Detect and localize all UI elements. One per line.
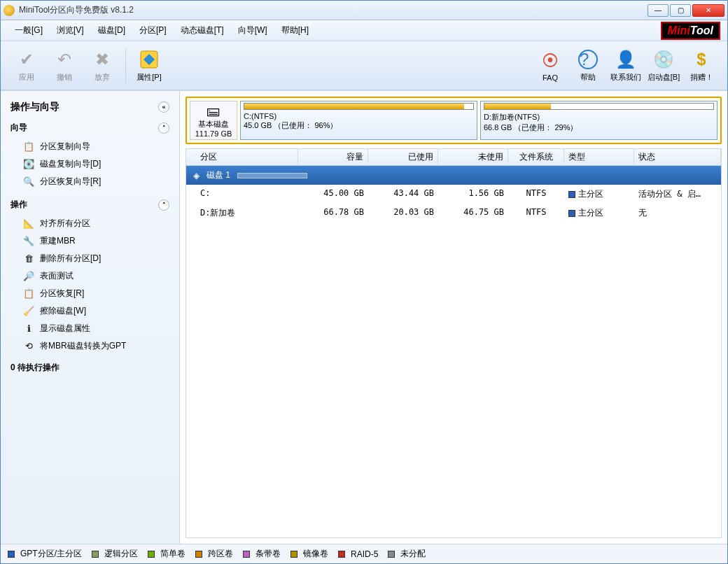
col-partition[interactable]: 分区 [186,148,298,166]
legend-swatch [388,551,395,558]
col-used[interactable]: 已使用 [368,148,438,166]
legend-item: RAID-5 [338,549,378,559]
sidebar: 操作与向导 « 向导 ˄ 📋分区复制向导💽磁盘复制向导[D]🔍分区恢复向导[R]… [1,91,180,544]
sidebar-ops-item[interactable]: ℹ显示磁盘属性 [1,320,179,337]
legend-swatch [195,551,202,558]
sidebar-ops-item[interactable]: 🧹擦除磁盘[W] [1,302,179,320]
usage-bar [244,103,474,110]
contact-button[interactable]: 👤 联系我们 [607,45,645,87]
wizard-icon: 📋 [23,141,34,153]
diskmap-partition[interactable]: D:新加卷(NTFS) 66.8 GB （已使用： 29%） [480,101,718,140]
chevron-up-icon[interactable]: ˄ [158,199,169,211]
usage-bar [484,103,714,110]
wizard-icon: 💽 [23,159,34,170]
sidebar-ops-item[interactable]: ⟲将MBR磁盘转换为GPT [1,337,179,355]
dollar-icon: $ [690,48,713,71]
maximize-button[interactable]: ▢ [670,4,691,17]
legend-item: 简单卷 [148,548,186,560]
col-status[interactable]: 状态 [634,148,721,166]
help-button[interactable]: ? 帮助 [569,45,607,87]
disc-icon: 💿 [652,48,675,71]
legend-item: GPT分区/主分区 [8,548,82,560]
app-icon [4,5,15,16]
sidebar-ops-item[interactable]: 🔎表面测试 [1,267,179,285]
content-area: 🖴 基本磁盘 111.79 GB C:(NTFS) 45.0 GB （已使用： … [180,91,727,544]
sidebar-ops-item[interactable]: 🔧重建MBR [1,232,179,250]
sidebar-ops-item[interactable]: 📐对齐所有分区 [1,215,179,232]
properties-icon [138,48,160,71]
ops-icon: 📋 [23,288,34,299]
question-icon: ? [577,48,599,71]
undo-button[interactable]: ↶ 撤销 [46,45,83,87]
ops-icon: ⟲ [23,341,34,352]
cross-icon: ✖ [91,48,113,71]
menu-dynamic[interactable]: 动态磁盘[T] [174,22,231,39]
sidebar-header: 操作与向导 « [1,97,179,118]
disk-group-row[interactable]: ◈ 磁盘 1 [186,166,721,185]
legend-swatch [290,551,298,558]
col-unused[interactable]: 未使用 [438,148,508,166]
titlebar: MiniTool分区向导免费版 v8.1.2 — ▢ ✕ [1,1,727,20]
undo-icon: ↶ [53,48,76,71]
menu-general[interactable]: 一般[G] [8,22,50,39]
main-area: 操作与向导 « 向导 ˄ 📋分区复制向导💽磁盘复制向导[D]🔍分区恢复向导[R]… [1,90,727,544]
legend: GPT分区/主分区逻辑分区简单卷跨区卷条带卷镜像卷RAID-5未分配 [1,544,727,563]
menu-disk[interactable]: 磁盘[D] [91,22,132,39]
minimize-button[interactable]: — [648,4,668,17]
legend-item: 镜像卷 [290,548,328,560]
col-type[interactable]: 类型 [564,148,634,166]
lifebuoy-icon: ⦿ [539,50,561,72]
ops-icon: 🧹 [23,306,34,317]
discard-button[interactable]: ✖ 放弃 [83,45,121,87]
legend-item: 逻辑分区 [92,548,138,560]
close-button[interactable]: ✕ [692,4,724,17]
legend-swatch [338,551,345,558]
toolbar-separator [125,48,126,83]
ops-icon: 🗑 [23,253,34,265]
legend-swatch [148,551,155,558]
donate-button[interactable]: $ 捐赠！ [682,45,720,87]
legend-item: 未分配 [388,548,426,560]
hdd-icon: 🖴 [206,103,220,119]
faq-button[interactable]: ⦿ FAQ [531,45,569,87]
sidebar-ops-item[interactable]: 📋分区恢复[R] [1,285,179,302]
sidebar-ops-item[interactable]: 🗑删除所有分区[D] [1,250,179,267]
table-header: 分区 容量 已使用 未使用 文件系统 类型 状态 [186,149,721,166]
brand-logo: MiniTool [661,22,720,40]
apply-button[interactable]: ✔ 应用 [8,45,46,87]
person-icon: 👤 [615,48,637,71]
menu-help[interactable]: 帮助[H] [274,22,316,39]
table-row[interactable]: D:新加卷 66.78 GB 20.03 GB 46.75 GB NTFS 主分… [186,204,721,223]
legend-swatch [8,551,15,558]
section-wizard: 向导 ˄ [1,118,179,138]
ops-icon: 🔧 [23,236,34,247]
col-capacity[interactable]: 容量 [298,148,368,166]
legend-swatch [92,551,99,558]
bootdisk-button[interactable]: 💿 启动盘[B] [645,45,682,87]
disk-bar [237,173,307,178]
table-row[interactable]: C: 45.00 GB 43.44 GB 1.56 GB NTFS 主分区 活动… [186,185,721,204]
toolbar: ✔ 应用 ↶ 撤销 ✖ 放弃 属性[P] ⦿ FAQ ? 帮助 👤 [1,41,727,90]
table-body: ◈ 磁盘 1 C: 45.00 GB 43.44 GB 1.56 GB NTFS… [186,166,721,537]
sidebar-wizard-item[interactable]: 🔍分区恢复向导[R] [1,173,179,190]
menu-view[interactable]: 浏览[V] [50,22,91,39]
diskmap-partition[interactable]: C:(NTFS) 45.0 GB （已使用： 96%） [240,101,477,140]
wizard-icon: 🔍 [23,176,34,188]
menu-partition[interactable]: 分区[P] [132,22,174,39]
pending-operations: 0 待执行操作 [1,355,179,381]
sidebar-wizard-item[interactable]: 📋分区复制向导 [1,138,179,155]
chevron-up-icon[interactable]: ˄ [158,122,169,134]
properties-button[interactable]: 属性[P] [130,45,168,87]
collapse-icon[interactable]: « [158,101,169,113]
disk-map: 🖴 基本磁盘 111.79 GB C:(NTFS) 45.0 GB （已使用： … [186,97,722,144]
menu-wizard[interactable]: 向导[W] [231,22,274,39]
disk-summary[interactable]: 🖴 基本磁盘 111.79 GB [190,101,237,140]
ops-icon: 📐 [23,218,34,230]
sidebar-wizard-item[interactable]: 💽磁盘复制向导[D] [1,155,179,173]
col-fs[interactable]: 文件系统 [508,148,564,166]
menubar: 一般[G] 浏览[V] 磁盘[D] 分区[P] 动态磁盘[T] 向导[W] 帮助… [1,20,727,41]
legend-item: 条带卷 [243,548,281,560]
legend-item: 跨区卷 [195,548,233,560]
ops-icon: 🔎 [23,271,34,282]
partition-table: 分区 容量 已使用 未使用 文件系统 类型 状态 ◈ 磁盘 1 C: 45.00 [186,148,722,538]
